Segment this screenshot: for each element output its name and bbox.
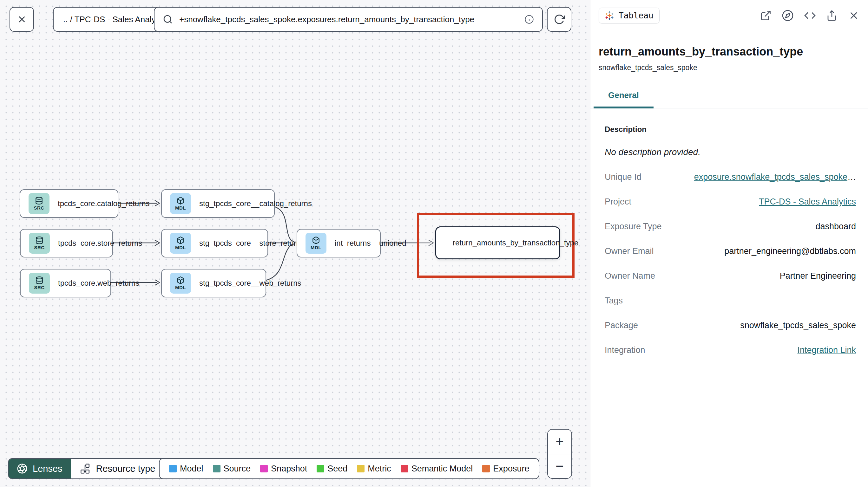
detail-row-owner-email: Owner Email partner_engineering@dbtlabs.… [605,246,856,256]
cube-icon [176,236,185,245]
panel-tabs: General [590,90,868,108]
source-badge: SRC [29,233,50,254]
source-swatch [213,465,220,473]
lenses-control-group: Lenses Resource type [8,458,180,479]
view-code-button[interactable] [804,9,816,22]
cube-icon [312,236,320,245]
detail-row-owner-name: Owner Name Partner Engineering [605,271,856,281]
legend-item-snapshot: Snapshot [260,464,307,474]
search-icon [163,14,173,24]
metric-swatch [357,465,365,473]
description-empty-text: No description provided. [605,147,856,157]
snapshot-swatch [260,465,268,473]
graph-node-source-web-returns[interactable]: SRC tpcds_core.web_returns [20,269,111,297]
owner-name-value: Partner Engineering [780,271,856,281]
zoom-out-button[interactable]: − [548,454,571,479]
graph-node-source-catalog-returns[interactable]: SRC tpcds_core.catalog_returns [20,189,118,218]
semantic-model-swatch [401,465,408,473]
database-icon [35,236,43,245]
panel-header: Tableau [590,0,868,31]
compass-icon [782,9,794,22]
detail-row-integration: Integration Integration Link [605,345,856,355]
project-link[interactable]: TPC-DS - Sales Analytics [759,197,856,207]
database-icon [35,276,43,284]
detail-row-exposure-type: Exposure Type dashboard [605,222,856,231]
detail-row-unique-id: Unique Id exposure.snowflake_tpcds_sales… [605,172,856,182]
panel-content: Description No description provided. Uni… [590,108,868,355]
page-title: return_amounts_by_transaction_type [599,45,860,58]
package-subtitle: snowflake_tpcds_sales_spoke [599,63,860,72]
close-panel-button[interactable] [848,9,860,22]
exposure-type-value: dashboard [815,222,856,231]
integration-link[interactable]: Integration Link [797,345,856,355]
legend-item-exposure: Exposure [482,464,529,474]
detail-row-project: Project TPC-DS - Sales Analytics [605,197,856,207]
database-icon [35,197,43,205]
owner-email-value: partner_engineering@dbtlabs.com [724,246,856,256]
zoom-in-button[interactable]: + [548,430,571,454]
model-badge: MDL [170,233,191,254]
model-badge: MDL [306,233,327,254]
details-panel: Tableau return_amounts_by_transaction_ty… [590,0,868,487]
graph-node-int-returns-unioned[interactable]: MDL int_returns__unioned [297,229,381,257]
explore-button[interactable] [782,9,794,22]
lineage-search[interactable] [154,7,543,32]
graph-node-stg-catalog-returns[interactable]: MDL stg_tpcds_core__catalog_returns [161,189,275,218]
description-label: Description [605,125,856,134]
model-badge: MDL [170,273,191,294]
cube-icon [176,197,185,205]
breadcrumb-label: .. / TPC-DS - Sales Analytics [63,14,168,24]
lenses-button[interactable]: Lenses [8,459,71,479]
tableau-icon [605,11,614,20]
detail-row-package: Package snowflake_tpcds_sales_spoke [605,321,856,330]
tab-general[interactable]: General [594,90,654,108]
package-value: snowflake_tpcds_sales_spoke [740,321,856,330]
graph-node-stg-web-returns[interactable]: MDL stg_tpcds_core__web_returns [161,269,266,297]
resource-legend: Model Source Snapshot Seed Metric Semant… [159,458,539,479]
close-icon [17,14,27,25]
external-link-icon [760,10,772,21]
legend-item-semantic-model: Semantic Model [401,464,473,474]
source-badge: SRC [29,273,50,294]
graph-node-exposure-return-amounts[interactable]: return_amounts_by_transaction_type [435,226,560,259]
legend-item-metric: Metric [357,464,391,474]
source-badge: SRC [29,193,50,214]
open-external-button[interactable] [760,10,772,21]
graph-node-stg-store-returns[interactable]: MDL stg_tpcds_core__store_returns [161,229,268,257]
exposure-swatch [482,465,490,473]
lineage-canvas[interactable]: .. / TPC-DS - Sales Analytics SRC tpcds_… [0,0,590,487]
seed-swatch [317,465,324,473]
share-button[interactable] [826,10,838,21]
close-icon [848,9,860,22]
zoom-controls: + − [547,429,572,479]
legend-item-model: Model [169,464,204,474]
graph-node-source-store-returns[interactable]: SRC tpcds_core.store_returns [20,229,113,257]
legend-item-seed: Seed [317,464,347,474]
unique-id-link[interactable]: exposure.snowflake_tpcds_sales_spoke [694,172,847,182]
cube-icon [176,276,185,284]
close-lineage-button[interactable] [9,7,34,32]
code-icon [804,9,816,22]
legend-item-source: Source [213,464,251,474]
search-input[interactable] [179,14,518,24]
model-swatch [169,465,177,473]
lenses-label: Lenses [33,463,62,474]
refresh-lineage-button[interactable] [547,7,571,32]
resource-type-icon [80,463,90,474]
model-badge: MDL [170,193,191,214]
refresh-icon [554,13,565,25]
detail-row-tags: Tags [605,296,856,306]
panel-actions [760,9,860,22]
aperture-icon [17,463,28,474]
resource-type-label: Resource type [96,463,155,474]
integration-badge-label: Tableau [619,11,654,20]
unique-id-ellipsis: … [847,172,856,182]
info-icon[interactable] [524,14,534,24]
share-icon [826,10,838,21]
integration-badge[interactable]: Tableau [599,8,659,24]
